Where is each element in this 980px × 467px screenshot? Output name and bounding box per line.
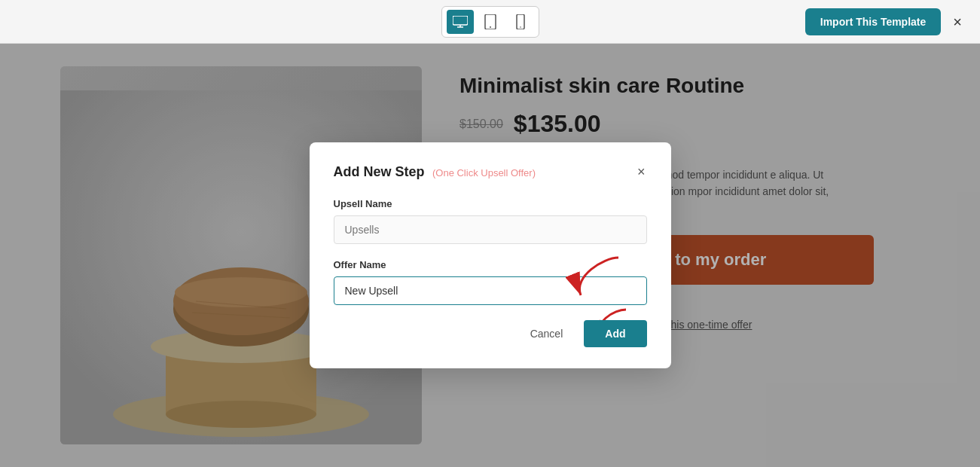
modal-header: Add New Step (One Click Upsell Offer) × — [334, 163, 647, 180]
upsell-name-group: Upsell Name — [334, 198, 647, 244]
modal-title: Add New Step — [334, 164, 425, 179]
mobile-device-btn[interactable] — [507, 10, 534, 34]
add-button[interactable]: Add — [584, 320, 646, 347]
modal-subtitle: (One Click Upsell Offer) — [432, 167, 536, 179]
modal-overlay: Add New Step (One Click Upsell Offer) × … — [0, 44, 980, 467]
upsell-name-input[interactable] — [334, 215, 647, 244]
device-switcher — [441, 6, 539, 38]
offer-name-input[interactable] — [334, 276, 647, 305]
offer-name-group: Offer Name — [334, 259, 647, 305]
toolbar: Import This Template × — [0, 0, 980, 44]
tablet-device-btn[interactable] — [477, 10, 504, 34]
upsell-name-label: Upsell Name — [334, 198, 647, 209]
modal-footer: Cancel Add — [334, 320, 647, 347]
svg-point-4 — [490, 26, 491, 28]
offer-name-label: Offer Name — [334, 259, 647, 270]
main-content: Minimalist skin care Routine $150.00 $13… — [0, 44, 980, 467]
add-new-step-modal: Add New Step (One Click Upsell Offer) × … — [310, 142, 671, 368]
svg-point-6 — [520, 26, 521, 28]
cancel-button[interactable]: Cancel — [518, 320, 575, 347]
close-toolbar-button[interactable]: × — [950, 11, 965, 32]
import-template-button[interactable]: Import This Template — [805, 8, 942, 35]
toolbar-right: Import This Template × — [805, 8, 965, 35]
svg-rect-0 — [453, 16, 468, 25]
modal-title-group: Add New Step (One Click Upsell Offer) — [334, 164, 536, 180]
desktop-device-btn[interactable] — [447, 10, 474, 34]
modal-close-button[interactable]: × — [636, 163, 647, 180]
